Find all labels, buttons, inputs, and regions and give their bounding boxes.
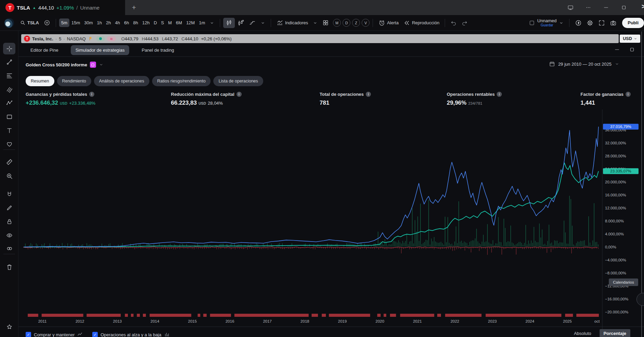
report-tab-resumen[interactable]: Resumen xyxy=(26,76,54,86)
fib-retracement-icon[interactable] xyxy=(3,70,15,81)
checkbox-checked-icon[interactable]: ✓ xyxy=(26,332,31,337)
toggle-comprar-y-mantener[interactable]: ✓Comprar y mantener xyxy=(26,332,83,337)
emoji-icon[interactable] xyxy=(3,138,15,150)
checkbox-checked-icon[interactable]: ✓ xyxy=(92,332,98,337)
rectangle-icon[interactable] xyxy=(3,111,15,122)
flag-icon[interactable] xyxy=(88,36,94,41)
timeframe-5m[interactable]: 5m xyxy=(59,18,69,27)
compare-add-button[interactable] xyxy=(41,18,53,28)
up-triangle-icon: ▲ xyxy=(32,6,36,10)
scrollbar[interactable] xyxy=(641,31,642,337)
timeframe-1m[interactable]: 1m xyxy=(197,18,207,27)
timeframe-D[interactable]: D xyxy=(152,18,159,27)
timeframe-8h[interactable]: 8h xyxy=(131,18,140,27)
info-icon[interactable]: i xyxy=(497,92,502,97)
pitchfork-icon[interactable] xyxy=(3,83,15,95)
timeframe-30m[interactable]: 30m xyxy=(82,18,95,27)
timeframe-12M[interactable]: 12M xyxy=(184,18,197,27)
strategy-title-menu[interactable]: Golden Cross 50/200 informe xyxy=(26,62,104,68)
zoom-in-icon[interactable] xyxy=(3,170,15,182)
display-icon[interactable] xyxy=(567,4,574,11)
settings-button[interactable] xyxy=(584,18,596,28)
alert-button[interactable]: Alerta xyxy=(376,18,401,28)
info-icon[interactable]: i xyxy=(366,92,371,97)
panel-tab-editor-de-pine[interactable]: Editor de Pine xyxy=(26,45,63,55)
layout-chevron-icon[interactable] xyxy=(556,19,566,27)
badge-m[interactable]: M xyxy=(333,19,341,27)
badge-v[interactable]: V xyxy=(362,19,370,27)
timeframe-4h[interactable]: 4h xyxy=(113,18,122,27)
user-avatar[interactable] xyxy=(4,18,14,28)
approx-badge-icon[interactable]: ≈ xyxy=(107,36,116,41)
text-icon[interactable] xyxy=(3,125,15,136)
timeframe-6h[interactable]: 6h xyxy=(122,18,131,27)
svg-text:2025: 2025 xyxy=(563,319,572,323)
timeframe-M[interactable]: M xyxy=(166,18,174,27)
drawing-toolbar xyxy=(0,31,18,337)
panel-minimize-icon[interactable] xyxy=(614,47,620,53)
chart-style-step-button[interactable] xyxy=(246,18,258,28)
publish-button[interactable]: Publi xyxy=(622,18,644,28)
indicators-button[interactable]: Indicadores xyxy=(274,18,310,28)
undo-button[interactable] xyxy=(448,18,459,28)
layout-save-menu[interactable]: UnnamedGuardar xyxy=(537,18,556,27)
xabcd-pattern-icon[interactable] xyxy=(3,97,15,109)
magnet-icon[interactable] xyxy=(3,189,15,200)
timeframes-chevron-icon[interactable] xyxy=(207,19,217,27)
lock-icon[interactable] xyxy=(3,216,15,227)
timeframe-6M[interactable]: 6M xyxy=(174,18,184,27)
fullscreen-button[interactable] xyxy=(596,18,607,28)
quick-actions-button[interactable] xyxy=(573,18,584,28)
star-icon[interactable] xyxy=(3,321,15,333)
timeframe-2h[interactable]: 2h xyxy=(104,18,113,27)
report-tab-ratios-riesgo/rendimiento[interactable]: Ratios riesgo/rendimiento xyxy=(152,76,211,86)
chart-style-alt-button[interactable] xyxy=(235,18,246,28)
new-tab-button[interactable]: + xyxy=(129,3,139,12)
timeframe-12h[interactable]: 12h xyxy=(140,18,152,27)
badge-z[interactable]: Z xyxy=(352,19,360,27)
currency-selector[interactable]: USD xyxy=(620,35,640,43)
layout-grid-button[interactable] xyxy=(320,18,331,28)
chart-style-chevron-icon[interactable] xyxy=(258,19,268,27)
panel-tab-simulador-de-estrategias[interactable]: Simulador de estrategias xyxy=(71,45,130,55)
mode-porcentaje[interactable]: Porcentaje xyxy=(600,329,630,337)
snapshot-button[interactable] xyxy=(607,18,619,28)
toggle-operaciones-al-alza-y-a-la-baja[interactable]: ✓Operaciones al alza y a la baja xyxy=(92,332,170,337)
badge-d[interactable]: D xyxy=(343,19,350,27)
info-icon[interactable]: i xyxy=(89,92,94,97)
restore-icon[interactable] xyxy=(620,4,628,11)
chart-tab[interactable]: T TSLA ▲ 444,10 +1.09% / Unname xyxy=(0,0,125,15)
timeframe-S[interactable]: S xyxy=(159,18,166,27)
symbol-info-bar[interactable]: T Tesla, Inc. · 5 · NASDAQ ≈ O443,79H444… xyxy=(21,34,619,43)
report-tab-lista-de-operaciones[interactable]: Lista de operaciones xyxy=(213,76,263,86)
replay-button[interactable]: Reproducción xyxy=(401,18,442,28)
equity-chart[interactable]: 36.000,00%32.000,00%28.000,00%24.000,00%… xyxy=(18,109,644,337)
info-icon[interactable]: i xyxy=(237,92,242,97)
symbol-search-button[interactable]: TSLA xyxy=(17,18,41,27)
eye-icon[interactable] xyxy=(3,229,15,241)
minimize-icon[interactable] xyxy=(602,4,610,11)
trend-line-icon[interactable] xyxy=(3,56,15,68)
trash-icon[interactable] xyxy=(3,261,15,273)
toolbar-divider xyxy=(56,19,56,27)
info-icon[interactable]: i xyxy=(626,92,631,97)
indicators-chevron-icon[interactable] xyxy=(310,19,320,27)
chart-style-candles-button[interactable] xyxy=(223,18,235,28)
redo-button[interactable] xyxy=(459,18,470,28)
status-dot-icon[interactable] xyxy=(96,36,105,41)
object-tree-icon[interactable] xyxy=(3,243,15,254)
metric-label: Total de operacionesi xyxy=(320,92,371,97)
date-range-picker[interactable]: 29 jun 2010 — 20 oct 2025 xyxy=(549,61,619,67)
report-tab-rendimiento[interactable]: Rendimiento xyxy=(57,76,91,86)
draw-icon[interactable] xyxy=(3,202,15,213)
panel-maximize-icon[interactable] xyxy=(629,47,635,53)
report-tab-análisis-de-operaciones[interactable]: Análisis de operaciones xyxy=(94,76,149,86)
timeframe-15m[interactable]: 15m xyxy=(69,18,82,27)
timeframe-1h[interactable]: 1h xyxy=(95,18,104,27)
crosshair-icon[interactable] xyxy=(3,43,15,54)
layout-checkbox[interactable] xyxy=(526,18,537,28)
ellipsis-icon[interactable] xyxy=(585,4,592,11)
mode-absoluto[interactable]: Absoluto xyxy=(571,329,595,337)
panel-tab-panel-de-trading[interactable]: Panel de trading xyxy=(137,45,179,55)
ruler-icon[interactable] xyxy=(3,156,15,168)
